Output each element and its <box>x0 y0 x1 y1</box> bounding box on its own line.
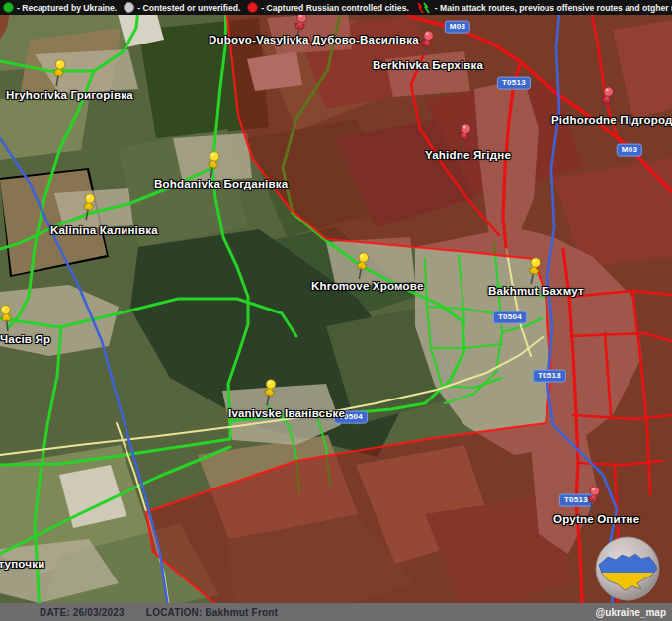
location-label: LOCATION: Bakhmut Front <box>146 607 278 618</box>
label-berkhivka: Berkhivka Берхівка <box>373 59 483 71</box>
label-opytne: Opytne Опитне <box>553 513 639 525</box>
legend-routes: - Main attack routes, previous offensive… <box>416 2 672 14</box>
recaptured-dot-icon <box>3 2 14 13</box>
label-stupochky: Ступочки <box>0 558 44 570</box>
legend-captured: - Captured Russian controlled cities. <box>247 2 408 13</box>
road-badge-m03-north: M03 <box>445 21 470 34</box>
legend-captured-label: - Captured Russian controlled cities. <box>261 3 408 13</box>
label-khromove: Khromove Хромове <box>311 280 424 292</box>
label-chasiv-yar: Chasiv Yar Часів Яр <box>0 333 50 345</box>
label-ivanivske: Ivanivske Іванівське <box>228 407 345 419</box>
date-label: DATE: 26/03/2023 <box>40 607 125 618</box>
road-badge-m03-east: M03 <box>617 144 642 157</box>
war-map-app: Hryhorivka Григорівка Dubovo-Vasylivka Д… <box>0 0 672 621</box>
road-badge-t0513-city: T0513 <box>533 370 566 383</box>
credit-handle: @ukraine_map <box>596 607 666 618</box>
label-yahidne: Yahidne Ягідне <box>425 149 511 161</box>
legend-recaptured: - Recaptured by Ukraine. <box>3 2 117 13</box>
label-dubovo-vasylivka: Dubovo-Vasylivka Дубово-Василівка <box>209 34 419 45</box>
label-bohdanivka: Bohdanivka Богданівка <box>154 178 288 190</box>
ukraine-map-logo <box>594 535 661 602</box>
map-canvas[interactable]: Hryhorivka Григорівка Dubovo-Vasylivka Д… <box>0 0 672 621</box>
label-pidhorodne: Pidhorodne Підгородне <box>551 114 672 126</box>
label-bakhmut: Bakhmut Бахмут <box>488 285 584 297</box>
legend-contested-label: - Contested or unverified. <box>137 3 240 13</box>
label-kalinina: Kalinina Калинівка <box>50 224 158 236</box>
footer-bar: DATE: 26/03/2023 LOCATION: Bakhmut Front <box>0 603 672 621</box>
road-badge-t0504-city: T0504 <box>493 311 527 324</box>
label-hryhorivka: Hryhorivka Григорівка <box>6 89 133 101</box>
legend-contested: - Contested or unverified. <box>124 2 240 13</box>
road-badge-t0513-north: T0513 <box>497 77 531 90</box>
contested-dot-icon <box>124 2 134 13</box>
captured-dot-icon <box>247 2 258 13</box>
legend-routes-label: - Main attack routes, previous offensive… <box>435 3 672 13</box>
legend-recaptured-label: - Recaptured by Ukraine. <box>17 3 117 13</box>
legend-bar: - Recaptured by Ukraine. - Contested or … <box>0 0 672 15</box>
attack-routes-icon <box>416 2 432 14</box>
pin-chasiv-yar[interactable] <box>0 304 18 333</box>
